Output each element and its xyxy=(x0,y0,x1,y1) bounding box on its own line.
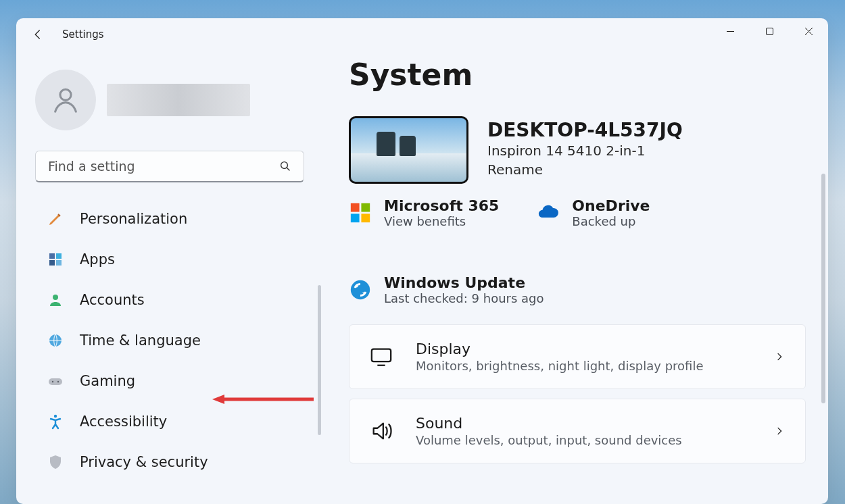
svg-rect-5 xyxy=(49,253,55,259)
svg-point-12 xyxy=(52,381,53,382)
sidebar: Personalization Apps Accounts xyxy=(16,51,322,504)
sidebar-item-label: Privacy & security xyxy=(80,454,208,470)
svg-rect-7 xyxy=(49,260,55,266)
titlebar: Settings xyxy=(16,18,828,51)
onedrive-icon xyxy=(537,201,560,224)
sidebar-item-accessibility[interactable]: Accessibility xyxy=(35,401,310,442)
sound-icon xyxy=(370,420,393,443)
svg-rect-6 xyxy=(56,253,62,259)
settings-cards: Display Monitors, brightness, night ligh… xyxy=(349,324,808,463)
maximize-button[interactable] xyxy=(750,18,789,44)
card-sub: Monitors, brightness, night light, displ… xyxy=(416,359,774,373)
sidebar-item-privacy-security[interactable]: Privacy & security xyxy=(35,442,310,482)
sidebar-item-apps[interactable]: Apps xyxy=(35,239,310,280)
avatar xyxy=(35,70,96,130)
app-title: Settings xyxy=(62,28,104,41)
status-windows-update[interactable]: Windows Update Last checked: 9 hours ago xyxy=(349,274,808,305)
main-content: System DESKTOP-4L537JQ Inspiron 14 5410 … xyxy=(322,51,828,504)
person-icon xyxy=(47,292,64,308)
device-model: Inspiron 14 5410 2-in-1 xyxy=(487,143,683,159)
card-title: Display xyxy=(416,341,774,357)
svg-rect-11 xyxy=(49,378,62,385)
window-controls xyxy=(710,18,828,44)
accessibility-icon xyxy=(47,413,64,430)
svg-rect-1 xyxy=(766,28,773,34)
rename-link[interactable]: Rename xyxy=(487,161,543,178)
user-name-redacted xyxy=(107,84,250,116)
sidebar-item-label: Personalization xyxy=(80,211,187,227)
svg-rect-18 xyxy=(361,203,370,212)
globe-icon xyxy=(47,332,64,349)
person-outline-icon xyxy=(50,84,81,116)
status-title: Windows Update xyxy=(384,274,544,291)
svg-point-9 xyxy=(53,295,58,300)
chevron-right-icon xyxy=(774,426,785,436)
sidebar-item-accounts[interactable]: Accounts xyxy=(35,280,310,320)
page-title: System xyxy=(349,57,808,92)
window-body: Personalization Apps Accounts xyxy=(16,51,828,504)
status-sub: Last checked: 9 hours ago xyxy=(384,291,544,305)
sidebar-item-time-language[interactable]: Time & language xyxy=(35,320,310,361)
device-name: DESKTOP-4L537JQ xyxy=(487,119,683,141)
svg-rect-19 xyxy=(351,213,360,222)
device-info: DESKTOP-4L537JQ Inspiron 14 5410 2-in-1 … xyxy=(487,116,683,178)
brush-icon xyxy=(47,211,64,227)
svg-rect-22 xyxy=(372,349,391,361)
svg-rect-8 xyxy=(56,260,62,266)
card-sound[interactable]: Sound Volume levels, output, input, soun… xyxy=(349,399,806,463)
settings-window: Settings xyxy=(16,18,828,504)
device-block: DESKTOP-4L537JQ Inspiron 14 5410 2-in-1 … xyxy=(349,116,808,184)
svg-rect-17 xyxy=(351,203,360,212)
profile-block[interactable] xyxy=(35,70,310,130)
sidebar-item-label: Accessibility xyxy=(80,413,167,430)
status-sub: View benefits xyxy=(384,214,499,228)
apps-icon xyxy=(47,251,64,268)
svg-rect-20 xyxy=(361,213,370,222)
close-button[interactable] xyxy=(789,18,828,44)
minimize-icon xyxy=(727,28,734,35)
card-title: Sound xyxy=(416,415,774,432)
svg-point-14 xyxy=(54,415,57,418)
card-display[interactable]: Display Monitors, brightness, night ligh… xyxy=(349,324,806,389)
search-icon xyxy=(279,160,291,172)
gamepad-icon xyxy=(47,373,64,389)
maximize-icon xyxy=(766,28,773,35)
shield-icon xyxy=(47,454,64,470)
sidebar-item-label: Apps xyxy=(80,251,115,268)
sidebar-item-personalization[interactable]: Personalization xyxy=(35,199,310,239)
search-box[interactable] xyxy=(35,151,304,182)
minimize-button[interactable] xyxy=(710,18,750,44)
close-icon xyxy=(805,28,813,35)
display-icon xyxy=(370,345,393,368)
card-sub: Volume levels, output, input, sound devi… xyxy=(416,433,774,447)
search-input[interactable] xyxy=(48,159,279,174)
windows-update-icon xyxy=(349,278,372,301)
sidebar-item-label: Time & language xyxy=(80,332,201,349)
sidebar-item-label: Accounts xyxy=(80,292,145,308)
device-thumbnail[interactable] xyxy=(349,116,468,184)
svg-point-21 xyxy=(351,280,370,299)
sidebar-item-label: Gaming xyxy=(80,373,135,389)
status-grid: Microsoft 365 View benefits OneDrive Bac… xyxy=(349,197,808,305)
sidebar-nav: Personalization Apps Accounts xyxy=(35,199,310,482)
status-title: Microsoft 365 xyxy=(384,197,499,214)
sidebar-item-gaming[interactable]: Gaming xyxy=(35,361,310,401)
nav-scroll-indicator xyxy=(318,285,321,435)
chevron-right-icon xyxy=(774,351,785,362)
status-microsoft-365[interactable]: Microsoft 365 View benefits xyxy=(349,197,499,228)
svg-line-4 xyxy=(287,168,289,170)
status-onedrive[interactable]: OneDrive Backed up xyxy=(537,197,650,228)
vertical-scrollbar[interactable] xyxy=(821,174,825,403)
status-sub: Backed up xyxy=(572,214,650,228)
back-button[interactable] xyxy=(31,28,45,41)
back-arrow-icon xyxy=(32,28,44,41)
status-title: OneDrive xyxy=(572,197,650,214)
svg-point-2 xyxy=(60,89,71,100)
svg-point-13 xyxy=(57,381,59,382)
microsoft-365-icon xyxy=(349,201,372,224)
